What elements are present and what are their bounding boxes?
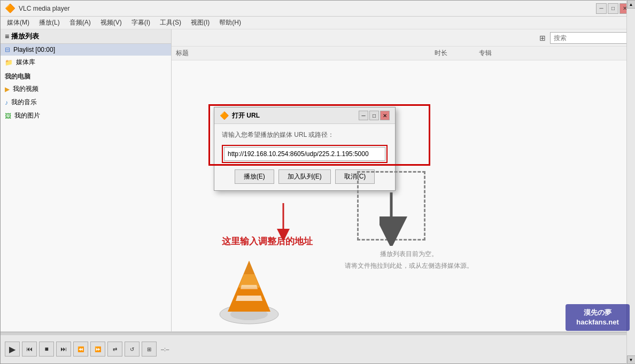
menu-view[interactable]: 视图(I) (187, 17, 214, 28)
playlist-item-main[interactable]: ⊟ Playlist [00:00] (1, 44, 171, 56)
dialog-title-controls: ─ □ ✕ (359, 111, 390, 120)
svg-point-1 (230, 308, 268, 320)
search-input[interactable] (550, 32, 630, 44)
title-bar-left: 🔶 VLC media player (5, 3, 69, 13)
sidebar-item-pictures[interactable]: 🖼 我的图片 (1, 109, 171, 122)
prev-button[interactable]: ⏮ (22, 342, 37, 357)
music-icon: ♪ (5, 99, 8, 106)
menu-subtitle[interactable]: 字幕(I) (127, 17, 154, 28)
play-button[interactable]: ▶ (5, 342, 20, 357)
loop-button[interactable]: ↺ (125, 342, 140, 357)
playlist-item-icon: ⊟ (5, 46, 10, 53)
dialog-buttons: 播放(E) 加入队列(E) 取消(C) (222, 169, 388, 184)
svg-marker-2 (228, 261, 270, 312)
next-button[interactable]: ⏭ (56, 342, 71, 357)
slower-button[interactable]: ⏪ (73, 342, 88, 357)
search-box (550, 32, 630, 44)
menu-help[interactable]: 帮助(H) (215, 17, 245, 28)
vlc-cone-area (212, 253, 286, 329)
media-library-label: 媒体库 (16, 58, 35, 67)
dialog-restore-button[interactable]: □ (369, 111, 379, 120)
vlc-cone-svg (212, 253, 286, 328)
playlist-icon: ≡ (5, 32, 9, 41)
dialog-close-button[interactable]: ✕ (380, 111, 390, 120)
dialog-vlc-icon: 🔶 (220, 111, 229, 120)
watermark: 漠先の夢 hackfans.net (566, 304, 630, 331)
enqueue-button-dialog[interactable]: 加入队列(E) (278, 169, 331, 184)
view-mode-icon[interactable]: ⊞ (539, 34, 546, 42)
player-bar: ▶ ⏮ ■ ⏭ ⏪ ⏩ ⇄ ↺ ⊞ –:– (1, 331, 634, 363)
dialog-body: 请输入您希望播放的媒体 URL 或路径： 播放(E) 加入队列(E) 取消(C) (214, 124, 395, 190)
media-library-icon: 📁 (5, 59, 13, 66)
table-header: 标题 时长 专辑 (172, 47, 634, 60)
dialog-minimize-button[interactable]: ─ (359, 111, 368, 120)
svg-marker-4 (236, 296, 262, 301)
sidebar: ≡ 播放列表 ⊟ Playlist [00:00] 📁 媒体库 我的电脑 ▶ (1, 29, 172, 331)
pictures-icon: 🖼 (5, 112, 11, 120)
column-title: 标题 (176, 49, 403, 58)
sidebar-item-music[interactable]: ♪ 我的音乐 (1, 96, 171, 109)
window-title: VLC media player (19, 5, 69, 12)
dialog-title-left: 🔶 打开 URL (220, 111, 260, 120)
sidebar-item-media-library[interactable]: 📁 媒体库 (1, 56, 171, 69)
svg-point-0 (220, 305, 278, 324)
menu-media[interactable]: 媒体(M) (3, 17, 34, 28)
svg-marker-3 (238, 261, 260, 288)
title-bar-controls: ─ □ ✕ (596, 3, 630, 14)
faster-button[interactable]: ⏩ (90, 342, 105, 357)
watermark-text: 漠先の夢 hackfans.net (576, 308, 618, 327)
url-input[interactable] (224, 147, 385, 161)
title-bar: 🔶 VLC media player ─ □ ✕ (1, 1, 634, 17)
videos-label: 我的视频 (13, 84, 38, 94)
stop-button[interactable]: ■ (39, 342, 54, 357)
column-duration: 时长 (403, 49, 479, 58)
menu-video[interactable]: 视频(V) (96, 17, 126, 28)
menu-bar: 媒体(M) 播放(L) 音频(A) 视频(V) 字幕(I) 工具(S) 视图(I… (1, 17, 634, 29)
sidebar-header: ≡ 播放列表 (1, 29, 171, 44)
frame-button[interactable]: ⊞ (142, 342, 157, 357)
shuffle-button[interactable]: ⇄ (107, 342, 122, 357)
url-input-wrapper (222, 145, 388, 163)
dialog-title: 打开 URL (232, 111, 260, 120)
sidebar-header-label: 播放列表 (11, 32, 39, 41)
dialog-title-bar: 🔶 打开 URL ─ □ ✕ (214, 107, 395, 124)
maximize-button[interactable]: □ (608, 3, 618, 14)
sidebar-item-videos[interactable]: ▶ 我的视频 (1, 82, 171, 96)
playlist-section: ⊟ Playlist [00:00] 📁 媒体库 我的电脑 ▶ 我的视频 ♪ (1, 44, 171, 122)
my-computer-label: 我的电脑 (1, 69, 171, 82)
dialog-description: 请输入您希望播放的媒体 URL 或路径： (222, 130, 388, 140)
videos-icon: ▶ (5, 86, 10, 93)
svg-marker-6 (244, 261, 254, 274)
player-controls: ▶ ⏮ ■ ⏭ ⏪ ⏩ ⇄ ↺ ⊞ –:– (1, 335, 634, 363)
music-label: 我的音乐 (11, 98, 37, 107)
time-display: –:– (161, 346, 169, 352)
open-url-dialog: 🔶 打开 URL ─ □ ✕ 请输入您希望播放的媒体 URL 或路径： 播放(E… (214, 107, 396, 191)
menu-audio[interactable]: 音频(A) (65, 17, 95, 28)
minimize-button[interactable]: ─ (596, 3, 607, 14)
play-button-dialog[interactable]: 播放(E) (235, 169, 274, 184)
content-toolbar: ⊞ (172, 29, 634, 47)
content-body (172, 60, 634, 331)
column-album: 专辑 (479, 49, 630, 58)
cancel-button-dialog[interactable]: 取消(C) (335, 169, 375, 184)
menu-tools[interactable]: 工具(S) (156, 17, 185, 28)
svg-marker-5 (241, 285, 258, 289)
playlist-item-label: Playlist [00:00] (13, 46, 55, 53)
menu-play[interactable]: 播放(L) (35, 17, 64, 28)
sidebar-inner: ⊟ Playlist [00:00] 📁 媒体库 我的电脑 ▶ 我的视频 ♪ (1, 44, 171, 331)
vlc-icon: 🔶 (5, 3, 16, 13)
pictures-label: 我的图片 (14, 111, 40, 120)
